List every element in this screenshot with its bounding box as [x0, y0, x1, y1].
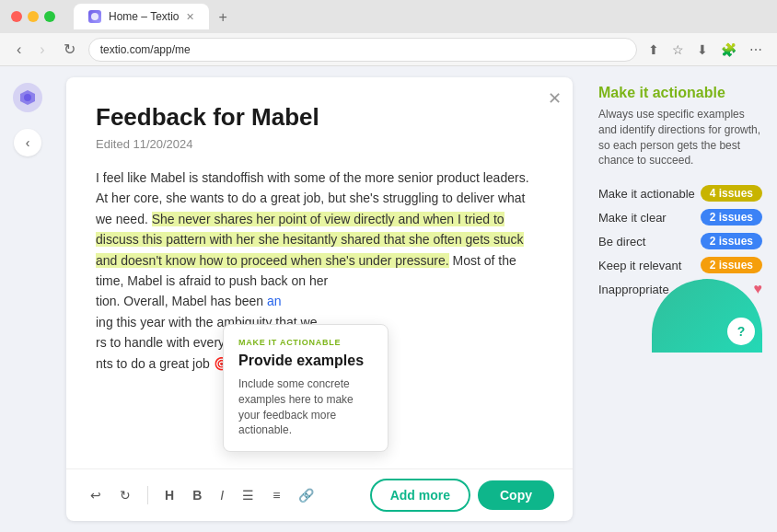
issue-label-0: Make it actionable [598, 187, 701, 201]
menu-button[interactable]: ⋯ [746, 40, 766, 59]
extensions-button[interactable]: 🧩 [717, 40, 740, 59]
italic-button[interactable]: I [215, 484, 229, 506]
url-display: textio.com/app/me [100, 43, 191, 56]
add-more-button[interactable]: Add more [370, 479, 470, 512]
document-toolbar: ↩ ↻ H B I ☰ ≡ 🔗 Add more Copy [66, 468, 573, 521]
app-container: ‹ ✕ Feedback for Mabel Edited 11/20/2024… [0, 66, 777, 532]
close-window-button[interactable] [11, 11, 22, 22]
copy-button[interactable]: Copy [478, 480, 554, 510]
forward-button[interactable]: › [34, 40, 50, 60]
undo-button[interactable]: ↩ [85, 484, 107, 506]
issue-label-1: Make it clear [598, 211, 701, 225]
issue-label-2: Be direct [598, 235, 701, 249]
bold-button[interactable]: B [187, 484, 207, 506]
doc-text-line5: nts to do a great job 🎯 [96, 356, 229, 371]
tooltip-description: Include some concrete examples here to m… [238, 376, 373, 438]
tab-favicon [88, 10, 101, 23]
tab-close-button[interactable]: ✕ [186, 11, 194, 23]
share-button[interactable]: ⬆ [644, 40, 663, 59]
browser-tab-active[interactable]: Home – Textio ✕ [74, 4, 209, 29]
doc-text-line2: tion. Overall, Mabel has been an [96, 294, 282, 308]
downloads-button[interactable]: ⬇ [693, 40, 712, 59]
back-to-home-button[interactable]: ‹ [14, 129, 41, 156]
minimize-window-button[interactable] [28, 11, 39, 22]
issue-badge-1: 2 issues [701, 209, 762, 226]
tooltip-tag: MAKE IT ACTIONABLE [238, 338, 373, 347]
heading-button[interactable]: H [159, 484, 180, 506]
back-button[interactable]: ‹ [11, 40, 27, 60]
bullet-list-button[interactable]: ☰ [237, 484, 260, 506]
app-logo [11, 81, 44, 114]
refresh-button[interactable]: ↻ [58, 39, 81, 60]
toolbar-separator-1 [147, 486, 148, 504]
issue-badge-3: 2 issues [701, 257, 762, 273]
issue-row-2[interactable]: Be direct 2 issues [598, 233, 762, 249]
svg-point-2 [24, 94, 31, 101]
issue-label-3: Keep it relevant [598, 259, 701, 272]
browser-navbar: ‹ › ↻ textio.com/app/me ⬆ ☆ ⬇ 🧩 ⋯ [0, 33, 777, 66]
right-panel: Make it actionable Always use specific e… [584, 66, 777, 532]
panel-description: Always use specific examples and identif… [598, 107, 762, 168]
browser-chrome: Home – Textio ✕ + ‹ › ↻ textio.com/app/m… [0, 0, 777, 66]
address-bar[interactable]: textio.com/app/me [88, 38, 637, 62]
traffic-lights [11, 11, 55, 22]
link-button[interactable]: 🔗 [293, 484, 319, 506]
browser-tabs: Home – Textio ✕ + [74, 4, 766, 29]
tooltip-title: Provide examples [238, 353, 373, 369]
tab-label: Home – Textio [109, 10, 179, 23]
help-button[interactable]: ? [727, 318, 755, 345]
issue-badge-4: ♥ [754, 281, 763, 297]
issue-row-1[interactable]: Make it clear 2 issues [598, 209, 762, 226]
issue-badge-0: 4 issues [701, 185, 762, 202]
document-title: Feedback for Mabel [96, 103, 543, 132]
issue-row-0[interactable]: Make it actionable 4 issues [598, 185, 762, 202]
panel-title: Make it actionable [598, 85, 762, 101]
browser-titlebar: Home – Textio ✕ + [0, 0, 777, 33]
issue-badge-2: 2 issues [701, 233, 762, 249]
document-edited-date: Edited 11/20/2024 [96, 137, 543, 151]
bookmark-button[interactable]: ☆ [668, 40, 688, 59]
maximize-window-button[interactable] [44, 11, 55, 22]
help-icon: ? [737, 324, 746, 339]
new-tab-button[interactable]: + [209, 6, 236, 29]
main-content-area: ✕ Feedback for Mabel Edited 11/20/2024 I… [66, 77, 573, 521]
redo-button[interactable]: ↻ [114, 484, 136, 506]
svg-point-0 [91, 13, 99, 20]
issue-row-3[interactable]: Keep it relevant 2 issues [598, 257, 762, 273]
ordered-list-button[interactable]: ≡ [267, 484, 285, 506]
nav-actions: ⬆ ☆ ⬇ 🧩 ⋯ [644, 40, 766, 59]
left-sidebar: ‹ [0, 66, 55, 532]
tooltip-popup: MAKE IT ACTIONABLE Provide examples Incl… [223, 324, 388, 452]
